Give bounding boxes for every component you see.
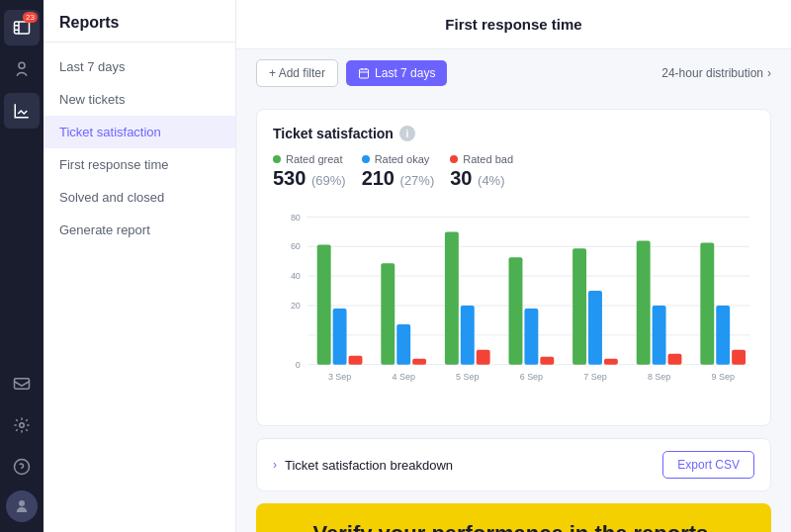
sidebar-icon-avatar[interactable]	[6, 490, 38, 522]
page-title: First response time	[445, 16, 581, 33]
nav-header: Reports	[44, 0, 235, 43]
chart-card: Ticket satisfaction i Rated great 530 (6…	[256, 109, 771, 426]
great-pct: (69%)	[311, 173, 346, 188]
main-content: First response time + Add filter Last 7 …	[236, 0, 791, 532]
nav-item-last7days[interactable]: Last 7 days	[44, 50, 235, 83]
svg-text:8 Sep: 8 Sep	[648, 372, 670, 382]
legend: Rated great 530 (69%) Rated okay 210 (27…	[273, 153, 754, 190]
bar-great-0	[317, 244, 331, 364]
banner-text: Verify your performance in the reports.	[313, 521, 715, 532]
bar-bad-4	[604, 359, 618, 365]
bar-okay-4	[588, 291, 602, 365]
svg-text:40: 40	[291, 271, 301, 281]
bar-great-3	[509, 257, 523, 364]
bar-bad-0	[349, 356, 363, 365]
okay-pct: (27%)	[400, 173, 435, 188]
add-filter-button[interactable]: + Add filter	[256, 59, 338, 87]
svg-text:5 Sep: 5 Sep	[456, 372, 479, 382]
bar-okay-6	[716, 306, 730, 365]
bar-okay-5	[653, 306, 666, 365]
svg-text:9 Sep: 9 Sep	[712, 372, 735, 382]
distribution-label: 24-hour distribution ›	[661, 66, 771, 80]
legend-item-great: Rated great 530 (69%)	[273, 153, 346, 190]
bar-great-6	[700, 242, 714, 364]
svg-point-4	[15, 460, 30, 475]
bar-okay-3	[524, 309, 538, 365]
bad-value: 30	[450, 167, 472, 189]
svg-text:20: 20	[291, 301, 301, 310]
svg-rect-6	[360, 69, 369, 78]
card-title: Ticket satisfaction	[273, 126, 394, 141]
okay-dot	[362, 155, 370, 163]
bar-bad-6	[732, 350, 746, 365]
nav-item-new-tickets[interactable]: New tickets	[44, 83, 235, 116]
okay-label: Rated okay	[375, 153, 430, 165]
svg-text:4 Sep: 4 Sep	[393, 372, 415, 382]
svg-text:0: 0	[296, 360, 301, 370]
export-csv-button[interactable]: Export CSV	[662, 451, 754, 479]
great-dot	[273, 155, 281, 163]
svg-rect-0	[15, 22, 30, 34]
nav-item-ticket-satisfaction[interactable]: Ticket satisfaction	[44, 116, 235, 148]
svg-text:80: 80	[291, 213, 301, 222]
sidebar-icon-subscribe[interactable]	[4, 366, 40, 401]
bar-chart: 80 60 40 20 0 3 Sep 4 Sep	[273, 202, 754, 409]
add-filter-label: + Add filter	[269, 66, 325, 80]
bar-great-2	[445, 231, 459, 364]
legend-item-bad: Rated bad 30 (4%)	[450, 153, 513, 190]
nav-item-solved-closed[interactable]: Solved and closed	[44, 181, 235, 214]
bar-bad-2	[477, 350, 490, 365]
okay-value: 210	[362, 167, 395, 189]
toolbar: + Add filter Last 7 days 24-hour distrib…	[236, 49, 791, 97]
nav-item-first-response[interactable]: First response time	[44, 148, 235, 181]
calendar-icon	[358, 67, 370, 79]
bar-okay-0	[333, 309, 347, 365]
svg-point-1	[19, 62, 25, 68]
bad-pct: (4%)	[478, 173, 504, 188]
promo-banner: Verify your performance in the reports.	[256, 503, 771, 532]
sidebar-icon-settings[interactable]	[4, 407, 40, 443]
svg-text:7 Sep: 7 Sep	[583, 372, 606, 382]
info-icon[interactable]: i	[399, 126, 415, 141]
bar-great-1	[381, 263, 395, 364]
date-range-button[interactable]: Last 7 days	[346, 60, 447, 86]
bar-great-5	[637, 240, 651, 364]
tickets-badge: 23	[23, 12, 38, 23]
card-title-row: Ticket satisfaction i	[273, 126, 754, 141]
nav-item-generate-report[interactable]: Generate report	[44, 214, 235, 246]
breakdown-label: Ticket satisfaction breakdown	[285, 458, 453, 473]
svg-text:6 Sep: 6 Sep	[520, 372, 543, 382]
great-value: 530	[273, 167, 306, 189]
sidebar-icon-agents[interactable]	[4, 51, 40, 87]
legend-item-okay: Rated okay 210 (27%)	[362, 153, 435, 190]
bar-okay-1	[396, 324, 410, 365]
sidebar-icon-panel: 23	[0, 0, 44, 532]
nav-panel: Reports Last 7 days New tickets Ticket s…	[44, 0, 236, 532]
bar-bad-3	[540, 357, 554, 365]
svg-text:60: 60	[291, 241, 301, 251]
svg-text:3 Sep: 3 Sep	[328, 372, 351, 382]
bar-chart-svg: 80 60 40 20 0 3 Sep 4 Sep	[273, 202, 754, 409]
bar-okay-2	[461, 306, 475, 365]
bad-label: Rated bad	[463, 153, 513, 165]
nav-items: Last 7 days New tickets Ticket satisfact…	[44, 43, 235, 254]
sidebar-icon-help[interactable]	[4, 449, 40, 485]
svg-point-5	[19, 500, 25, 506]
date-range-label: Last 7 days	[375, 66, 435, 80]
svg-point-3	[20, 423, 25, 428]
bar-bad-1	[412, 359, 426, 365]
bar-great-4	[572, 248, 586, 364]
breakdown-chevron-icon: ›	[273, 458, 277, 472]
main-header: First response time	[236, 0, 791, 49]
sidebar-icon-tickets[interactable]: 23	[4, 10, 40, 45]
svg-rect-2	[15, 379, 30, 390]
bad-dot	[450, 155, 458, 163]
breakdown-card: › Ticket satisfaction breakdown Export C…	[256, 438, 771, 491]
great-label: Rated great	[286, 153, 342, 165]
content-area: Ticket satisfaction i Rated great 530 (6…	[236, 97, 791, 532]
bar-bad-5	[668, 354, 682, 365]
sidebar-icon-reports[interactable]	[4, 93, 40, 129]
